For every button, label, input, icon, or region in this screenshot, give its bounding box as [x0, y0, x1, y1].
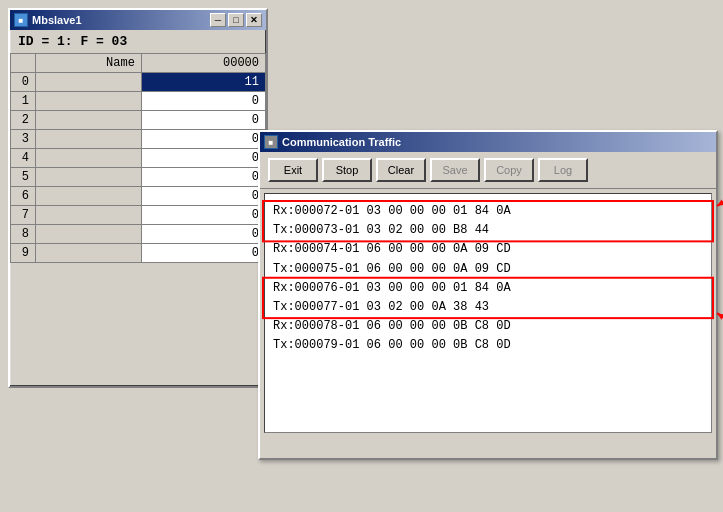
row-name	[36, 206, 142, 225]
app-icon: ■	[14, 13, 28, 27]
row-name	[36, 130, 142, 149]
table-row: 80	[11, 225, 266, 244]
comm-title-left: ■ Communication Traffic	[264, 135, 401, 149]
traffic-line: Tx:000077-01 03 02 00 0A 38 43	[273, 298, 703, 317]
traffic-line: Rx:000076-01 03 00 00 00 01 84 0A	[273, 279, 703, 298]
exit-button[interactable]: Exit	[268, 158, 318, 182]
comm-toolbar: Exit Stop Clear Save Copy Log	[260, 152, 716, 189]
table-row: 011	[11, 73, 266, 92]
save-button[interactable]: Save	[430, 158, 480, 182]
table-row: 70	[11, 206, 266, 225]
row-value: 0	[141, 92, 265, 111]
row-number: 7	[11, 206, 36, 225]
close-button[interactable]: ✕	[246, 13, 262, 27]
row-value: 0	[141, 187, 265, 206]
traffic-line: Rx:000074-01 06 00 00 00 0A 09 CD	[273, 240, 703, 259]
row-number: 4	[11, 149, 36, 168]
col-header: 00000	[141, 54, 265, 73]
traffic-line: Tx:000073-01 03 02 00 00 B8 44	[273, 221, 703, 240]
row-name	[36, 225, 142, 244]
row-name	[36, 244, 142, 263]
traffic-line: Rx:000072-01 03 00 00 00 01 84 0A	[273, 202, 703, 221]
main-title-bar: ■ Mbslave1 ─ □ ✕	[10, 10, 266, 30]
comm-icon: ■	[264, 135, 278, 149]
clear-button[interactable]: Clear	[376, 158, 426, 182]
row-number: 2	[11, 111, 36, 130]
row-value: 0	[141, 244, 265, 263]
row-value: 0	[141, 225, 265, 244]
table-row: 60	[11, 187, 266, 206]
data-table: Name 00000 011102030405060708090	[10, 53, 266, 263]
row-number: 1	[11, 92, 36, 111]
table-row: 90	[11, 244, 266, 263]
traffic-line: Tx:000079-01 06 00 00 00 0B C8 0D	[273, 336, 703, 355]
row-number: 6	[11, 187, 36, 206]
table-row: 40	[11, 149, 266, 168]
table-row: 30	[11, 130, 266, 149]
stop-button[interactable]: Stop	[322, 158, 372, 182]
title-bar-left: ■ Mbslave1	[14, 13, 82, 27]
id-bar: ID = 1: F = 03	[10, 30, 266, 53]
row-num-header	[11, 54, 36, 73]
row-name	[36, 92, 142, 111]
row-value: 0	[141, 168, 265, 187]
row-value: 11	[141, 73, 265, 92]
row-value: 0	[141, 149, 265, 168]
main-window-title: Mbslave1	[32, 14, 82, 26]
row-number: 3	[11, 130, 36, 149]
row-name	[36, 111, 142, 130]
table-row: 10	[11, 92, 266, 111]
title-controls: ─ □ ✕	[210, 13, 262, 27]
log-button[interactable]: Log	[538, 158, 588, 182]
comm-window-title: Communication Traffic	[282, 136, 401, 148]
traffic-line: Rx:000078-01 06 00 00 00 0B C8 0D	[273, 317, 703, 336]
row-name	[36, 168, 142, 187]
main-window: ■ Mbslave1 ─ □ ✕ ID = 1: F = 03 Name 000…	[8, 8, 268, 388]
row-value: 0	[141, 130, 265, 149]
traffic-line: Tx:000075-01 06 00 00 00 0A 09 CD	[273, 260, 703, 279]
table-row: 20	[11, 111, 266, 130]
row-name	[36, 187, 142, 206]
maximize-button[interactable]: □	[228, 13, 244, 27]
row-value: 0	[141, 111, 265, 130]
name-header: Name	[36, 54, 142, 73]
comm-title-bar: ■ Communication Traffic	[260, 132, 716, 152]
row-number: 9	[11, 244, 36, 263]
table-row: 50	[11, 168, 266, 187]
row-value: 0	[141, 206, 265, 225]
row-number: 8	[11, 225, 36, 244]
comm-window: ■ Communication Traffic Exit Stop Clear …	[258, 130, 718, 460]
copy-button[interactable]: Copy	[484, 158, 534, 182]
row-name	[36, 149, 142, 168]
row-number: 5	[11, 168, 36, 187]
row-name	[36, 73, 142, 92]
traffic-content: Rx:000072-01 03 00 00 00 01 84 0ATx:0000…	[264, 193, 712, 433]
minimize-button[interactable]: ─	[210, 13, 226, 27]
row-number: 0	[11, 73, 36, 92]
